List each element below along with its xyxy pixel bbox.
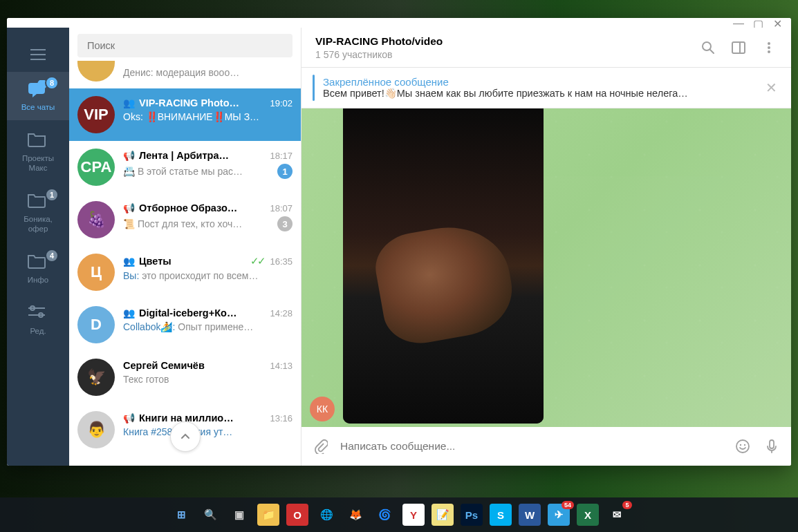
sender-avatar[interactable]: КК [310,397,335,421]
folder-all-chats[interactable]: 8 Все чаты [7,72,69,120]
video-message[interactable] [343,108,544,424]
svg-rect-15 [770,440,774,448]
svg-point-9 [768,42,770,45]
avatar [77,61,115,82]
channel-icon: 📢 [123,412,135,424]
compose-bar [301,427,791,466]
minimize-button[interactable]: — [734,19,743,28]
folder-edit[interactable]: Ред. [7,296,69,344]
channel-icon: 📢 [123,202,135,213]
chat-name: Отборное Образо… [139,202,266,213]
messages-area[interactable]: КК [301,108,791,427]
chat-name: Сергей Семичёв [123,360,266,371]
svg-point-13 [740,444,741,446]
chat-preview: Вы: это происходит по всем… [123,270,293,281]
folder-projects[interactable]: Проекты Макс [7,123,69,181]
chat-item[interactable]: Ц👥 Цветы✓✓16:35Вы: это происходит по все… [69,246,301,298]
folder-label: Ред. [30,326,46,336]
avatar: CPA [77,149,115,186]
pinned-text: Всем привет!👋🏻Мы знаем как вы любите при… [323,88,757,99]
search-input[interactable] [77,34,293,57]
close-button[interactable]: ✕ [773,19,781,28]
svg-point-10 [768,46,770,49]
taskbar-taskview[interactable]: ▣ [228,504,250,526]
taskbar-explorer[interactable]: 📁 [257,504,279,526]
folder-sidebar: 8 Все чаты Проекты Макс 1 Боника, офер 4… [7,28,69,466]
svg-point-5 [703,42,711,50]
taskbar-skype[interactable]: S [490,504,512,526]
chat-time: 16:35 [270,256,293,267]
chat-item[interactable]: 🍇📢 Отборное Образо…18:07📜 Пост для тех, … [69,193,301,246]
chat-list[interactable]: Денис: модерация вооо…0VIP👥 VIP-RACING P… [69,61,301,466]
chat-preview: Oks: ‼️ВНИМАНИЕ‼️МЫ З… [123,111,293,122]
taskbar-yandex[interactable]: Y [402,504,425,526]
chat-preview: Текс готов [123,374,293,385]
maximize-button[interactable]: ▢ [754,19,762,28]
taskbar-opera[interactable]: O [286,504,308,526]
search-icon[interactable] [700,39,716,56]
avatar: 👨 [77,411,115,448]
chat-preview: Денис: модерация вооо… [123,67,273,78]
folder-label: Все чаты [21,102,55,112]
channel-icon: 📢 [123,150,135,161]
folder-bonika[interactable]: 1 Боника, офер [7,184,69,242]
taskbar-mail[interactable]: ✉5 [606,504,628,526]
message-input[interactable] [340,440,722,453]
chat-preview: Книга #258 – Магия ут… [123,426,293,437]
folder-icon [27,131,49,151]
group-icon: 👥 [123,256,135,267]
taskbar-word[interactable]: W [519,504,541,526]
chat-header[interactable]: VIP-RACING Photo/video 1 576 участников [301,28,791,68]
taskbar-telegram[interactable]: ✈54 [548,504,570,526]
chat-time: 18:17 [270,151,293,161]
sidebar-icon[interactable] [730,39,747,56]
taskbar-notepad[interactable]: 📝 [432,504,454,526]
taskbar-firefox[interactable]: 🦊 [344,504,366,526]
attach-icon[interactable] [313,439,328,454]
taskbar-edge[interactable]: 🌀 [373,504,396,526]
chat-panel: VIP-RACING Photo/video 1 576 участников … [301,28,791,466]
group-icon: 👥 [123,307,135,319]
pinned-title: Закреплённое сообщение [323,76,757,88]
voice-icon[interactable] [763,438,780,455]
folder-info[interactable]: 4 Инфо [7,245,69,293]
chat-time: 13:16 [270,413,293,424]
chat-item[interactable]: Денис: модерация вооо…0 [69,61,301,88]
svg-point-12 [736,440,749,453]
chat-preview: 📇 В этой статье мы рас… [123,166,273,177]
more-icon[interactable] [761,39,777,56]
chat-name: Digital-iceberg+Ко… [139,307,266,319]
chat-item[interactable]: 🦅Сергей Семичёв14:13Текс готов [69,351,301,403]
chat-header-title-area: VIP-RACING Photo/video 1 576 участников [315,35,686,60]
taskbar-ps[interactable]: Ps [461,504,483,526]
pinned-message[interactable]: Закреплённое сообщение Всем привет!👋🏻Мы … [301,68,791,108]
taskbar-search[interactable]: 🔍 [199,504,221,526]
taskbar-start[interactable]: ⊞ [170,504,192,526]
scroll-up-button[interactable] [170,421,201,452]
chat-list-panel: Денис: модерация вооо…0VIP👥 VIP-RACING P… [69,28,301,466]
chat-item[interactable]: VIP👥 VIP-RACING Photo…19:02Oks: ‼️ВНИМАН… [69,88,301,141]
telegram-window: — ▢ ✕ 8 Все чаты Проекты Макс 1 Боника, … [7,18,791,466]
settings-icon [27,304,49,323]
chat-preview: 📜 Пост для тех, кто хоч… [123,218,273,229]
emoji-icon[interactable] [734,438,751,455]
taskbar[interactable]: ⊞🔍▣📁O🌐🦊🌀Y📝PsSW✈54X✉5 [0,497,798,532]
read-icon: ✓✓ [250,255,264,267]
taskbar-excel[interactable]: X [577,504,599,526]
chat-item[interactable]: CPA📢 Лента | Арбитра…18:17📇 В этой стать… [69,141,301,193]
menu-button[interactable] [7,40,69,69]
folder-badge: 4 [45,249,59,263]
avatar: Ц [77,254,115,291]
video-content [343,108,544,424]
chat-time: 19:02 [270,98,293,108]
unread-badge: 1 [277,164,293,179]
avatar: 🍇 [77,201,115,238]
search-container [69,28,301,61]
close-icon[interactable]: ✕ [765,79,777,96]
svg-point-11 [768,50,770,53]
chat-name: Книги на миллио… [139,412,266,424]
taskbar-badge: 5 [622,501,632,509]
taskbar-badge: 54 [562,501,574,509]
chat-item[interactable]: D👥 Digital-iceberg+Ко…14:28Collabok🏄: Оп… [69,298,301,351]
taskbar-chrome[interactable]: 🌐 [315,504,337,526]
